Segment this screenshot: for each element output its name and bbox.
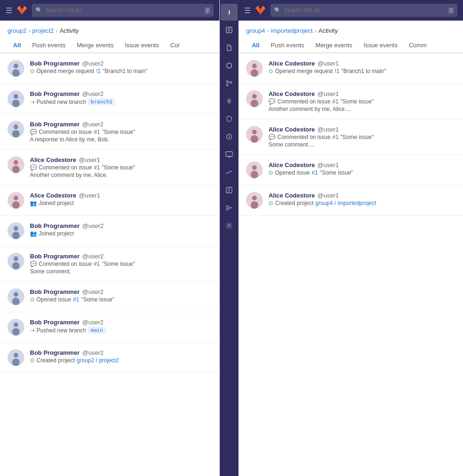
issue-link-3[interactable]: #1 bbox=[94, 129, 100, 135]
left-activity-item-7: Bob Programmer @user2 💬 Commented on iss… bbox=[0, 246, 219, 282]
svg-point-70 bbox=[251, 171, 258, 178]
left-activity-content-9: Bob Programmer @user2 ⇢ Pushed new branc… bbox=[30, 319, 212, 334]
right-tab-issue[interactable]: Issue events bbox=[358, 38, 403, 53]
right-tab-all[interactable]: All bbox=[246, 38, 265, 53]
right-avatar-2 bbox=[246, 90, 263, 107]
issue-link-8[interactable]: #1 bbox=[73, 296, 79, 303]
left-breadcrumb-group[interactable]: group2 bbox=[7, 27, 26, 34]
svg-point-17 bbox=[14, 160, 18, 165]
left-avatar-1 bbox=[7, 60, 24, 77]
sidebar-icon-shield[interactable] bbox=[221, 110, 238, 127]
left-search-input[interactable] bbox=[45, 7, 202, 14]
right-search-box[interactable]: 🔍 / bbox=[270, 4, 457, 17]
issue-link-7[interactable]: #1 bbox=[94, 261, 100, 267]
svg-point-63 bbox=[252, 94, 257, 99]
left-tab-issue[interactable]: Issue events bbox=[119, 38, 165, 53]
right-create-icon-5: ⊙ bbox=[268, 200, 273, 206]
left-avatar-6 bbox=[7, 222, 24, 239]
right-search-slash: / bbox=[449, 7, 454, 14]
right-user-1: Alice Codestore @user1 bbox=[268, 60, 456, 67]
svg-point-24 bbox=[12, 232, 20, 239]
right-issue-link-4[interactable]: #1 bbox=[311, 169, 318, 176]
left-activity-content-4: Alice Codestore @user1 💬 Commented on is… bbox=[30, 156, 212, 178]
svg-point-73 bbox=[251, 201, 258, 209]
sidebar-icon-monitor[interactable] bbox=[221, 146, 238, 163]
left-activity-content-5: Alice Codestore @user1 👥 Joined project bbox=[30, 192, 212, 206]
left-detail-3: 💬 Commented on issue #1 "Some issue" bbox=[30, 129, 212, 135]
left-tab-merge[interactable]: Merge events bbox=[71, 38, 119, 53]
svg-point-66 bbox=[252, 130, 257, 134]
sidebar-icon-clock[interactable] bbox=[221, 128, 238, 145]
right-issue-link-3[interactable]: #1 bbox=[333, 134, 339, 140]
svg-point-67 bbox=[251, 135, 258, 143]
right-breadcrumb-group[interactable]: group4 bbox=[246, 27, 265, 34]
branch-tag-9: main bbox=[88, 327, 106, 334]
left-breadcrumb-project[interactable]: project2 bbox=[32, 27, 54, 34]
left-avatar-10 bbox=[7, 349, 24, 366]
right-issue-link-2[interactable]: #1 bbox=[333, 98, 339, 105]
push-icon-9: ⇢ bbox=[30, 327, 35, 334]
svg-point-50 bbox=[226, 208, 228, 210]
joined-icon-6: 👥 bbox=[30, 230, 37, 237]
issue-link-4[interactable]: #1 bbox=[94, 164, 100, 171]
joined-icon-5: 👥 bbox=[30, 200, 37, 206]
left-avatar-8 bbox=[7, 288, 24, 305]
left-detail-10: ⊙ Created project group2 / project2 bbox=[30, 357, 212, 364]
svg-point-49 bbox=[226, 205, 228, 207]
sidebar-icon-settings[interactable] bbox=[221, 217, 238, 234]
left-sub-7: Some comment. bbox=[30, 268, 212, 275]
right-activity-item-2: Alice Codestore @user1 💬 Commented on is… bbox=[239, 84, 463, 119]
right-avatar-3 bbox=[246, 126, 263, 143]
sidebar-icon-repository[interactable] bbox=[221, 182, 238, 198]
sidebar-icon-merge[interactable] bbox=[221, 75, 238, 92]
sidebar-icon-rocket[interactable] bbox=[221, 93, 238, 110]
sidebar-icon-info[interactable]: I bbox=[221, 4, 238, 21]
hamburger-right[interactable]: ☰ bbox=[244, 6, 251, 15]
hamburger-left[interactable]: ☰ bbox=[6, 6, 12, 15]
right-breadcrumb-project[interactable]: importedproject bbox=[271, 27, 313, 34]
mr-link-1[interactable]: !1 bbox=[96, 68, 101, 74]
left-detail-7: 💬 Commented on issue #1 "Some issue" bbox=[30, 261, 212, 267]
left-search-box[interactable]: 🔍 / bbox=[32, 4, 214, 17]
right-user-4: Alice Codestore @user1 bbox=[268, 161, 456, 168]
right-search-input[interactable] bbox=[284, 7, 446, 14]
left-detail-5: 👥 Joined project bbox=[30, 200, 212, 206]
svg-point-51 bbox=[228, 225, 231, 227]
right-activity-content-3: Alice Codestore @user1 💬 Commented on is… bbox=[268, 126, 456, 148]
left-avatar-3 bbox=[7, 121, 24, 138]
left-tab-all[interactable]: All bbox=[7, 38, 27, 53]
right-tab-comm[interactable]: Comm bbox=[403, 38, 432, 53]
left-activity-item-9: Bob Programmer @user2 ⇢ Pushed new branc… bbox=[0, 312, 219, 343]
right-mr-link-1[interactable]: !1 bbox=[335, 68, 340, 74]
right-project-link-5[interactable]: group4 / importedproject bbox=[315, 200, 376, 206]
svg-point-27 bbox=[12, 262, 20, 270]
left-breadcrumb: group2 › project2 › Activity bbox=[0, 21, 219, 38]
sidebar-icon-hexagon[interactable] bbox=[221, 57, 238, 74]
svg-point-60 bbox=[252, 64, 257, 68]
left-tab-cor[interactable]: Cor bbox=[165, 38, 186, 53]
left-avatar-7 bbox=[7, 253, 24, 270]
svg-point-26 bbox=[14, 256, 18, 261]
sidebar-icon-analytics[interactable] bbox=[221, 164, 238, 181]
sidebar-icon-scissors[interactable] bbox=[221, 199, 238, 216]
left-sub-4: Another comment by me, Alice. bbox=[30, 172, 212, 178]
left-detail-9: ⇢ Pushed new branch main bbox=[30, 327, 212, 334]
svg-point-61 bbox=[251, 69, 258, 77]
project-link-10[interactable]: group2 / project2 bbox=[77, 357, 119, 364]
right-comment-icon-2: 💬 bbox=[268, 98, 275, 105]
merge-request-icon: ⊙ bbox=[30, 68, 35, 74]
left-user-10: Bob Programmer @user2 bbox=[30, 349, 212, 356]
sidebar-icon-file[interactable] bbox=[221, 39, 238, 56]
svg-point-23 bbox=[14, 226, 18, 231]
right-tab-merge[interactable]: Merge events bbox=[310, 38, 358, 53]
right-breadcrumb-page: Activity bbox=[318, 27, 338, 34]
left-tabs: All Push events Merge events Issue event… bbox=[0, 38, 219, 53]
left-user-9: Bob Programmer @user2 bbox=[30, 319, 212, 326]
svg-point-8 bbox=[14, 64, 18, 68]
left-activity-item-6: Bob Programmer @user2 👥 Joined project bbox=[0, 216, 219, 246]
left-tab-push[interactable]: Push events bbox=[27, 38, 72, 53]
right-tab-push[interactable]: Push events bbox=[265, 38, 310, 53]
right-activity-content-4: Alice Codestore @user1 ⊙ Opened issue #1… bbox=[268, 161, 456, 176]
sidebar-icon-book[interactable] bbox=[221, 22, 238, 38]
svg-point-29 bbox=[14, 292, 18, 297]
